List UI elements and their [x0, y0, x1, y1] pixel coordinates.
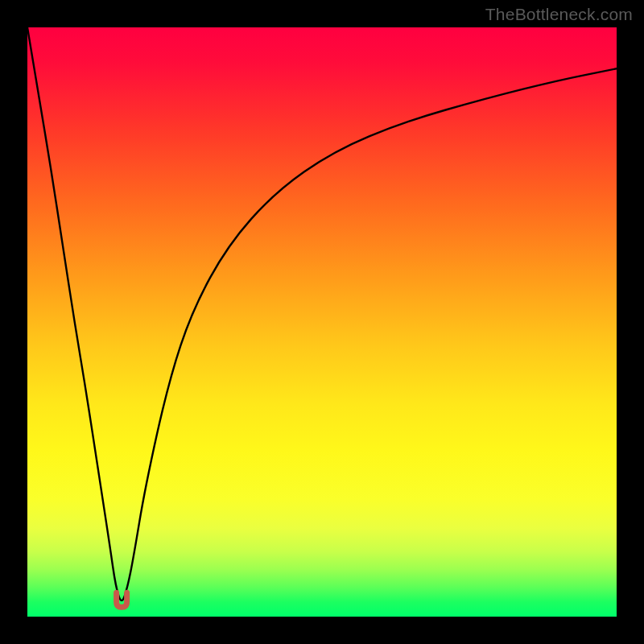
plot-area — [27, 27, 617, 617]
chart-frame: TheBottleneck.com — [0, 0, 644, 644]
bottleneck-curve — [27, 27, 617, 601]
watermark-text: TheBottleneck.com — [485, 5, 633, 24]
curve-layer — [27, 27, 617, 617]
